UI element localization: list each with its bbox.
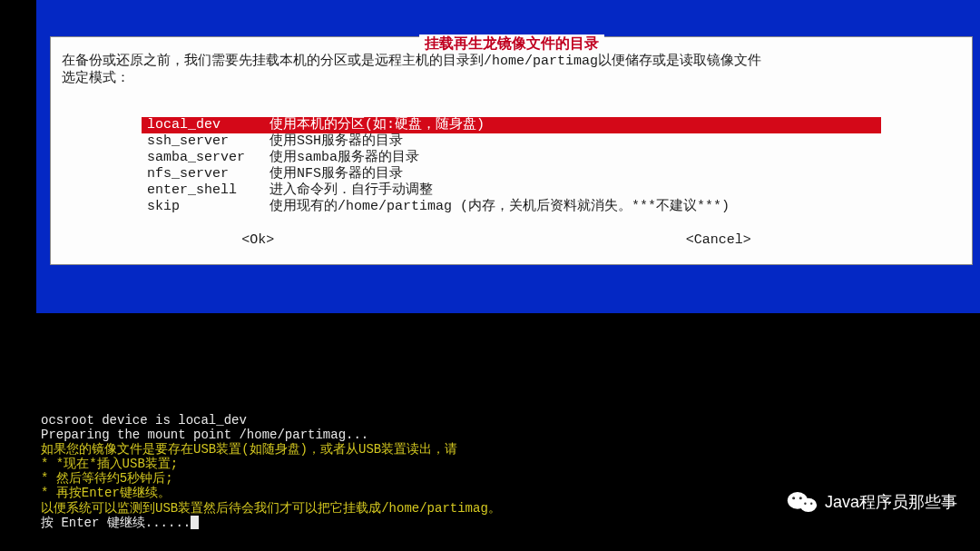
menu-item-local-dev[interactable]: local_dev 使用本机的分区(如:硬盘，随身盘): [142, 117, 881, 133]
svg-point-1: [799, 498, 817, 512]
dialog-title: 挂载再生龙镜像文件的目录: [419, 34, 604, 54]
dialog-instructions: 在备份或还原之前，我们需要先挂载本机的分区或是远程主机的目录到/home/par…: [62, 54, 961, 88]
watermark-text: Java程序员那些事: [825, 491, 957, 513]
menu-item-enter-shell[interactable]: enter_shell 进入命令列．自行手动调整: [142, 182, 881, 199]
terminal-line: Preparing the mount point /home/partimag…: [41, 428, 980, 442]
menu-key: ssh_server: [147, 133, 270, 150]
menu-key: enter_shell: [147, 182, 270, 199]
terminal-line: * 然后等待约5秒钟后;: [41, 471, 980, 486]
menu-desc: 使用现有的/home/partimag (内存，关机后资料就消失。***不建议*…: [270, 199, 876, 215]
ok-button[interactable]: <Ok>: [51, 232, 466, 248]
menu-item-nfs-server[interactable]: nfs_server 使用NFS服务器的目录: [142, 166, 881, 182]
watermark: Java程序员那些事: [787, 489, 957, 515]
svg-point-5: [810, 503, 812, 505]
menu-item-ssh-server[interactable]: ssh_server 使用SSH服务器的目录: [142, 133, 881, 150]
dialog-buttons: <Ok> <Cancel>: [51, 232, 972, 248]
svg-point-3: [799, 497, 802, 499]
menu-key: skip: [147, 199, 270, 215]
terminal-prompt[interactable]: 按 Enter 键继续......: [41, 516, 980, 530]
menu-desc: 使用SSH服务器的目录: [270, 133, 876, 150]
menu-item-samba-server[interactable]: samba_server 使用samba服务器的目录: [142, 150, 881, 166]
menu-key: nfs_server: [147, 166, 270, 182]
terminal-line: * *现在*插入USB装置;: [41, 457, 980, 471]
wechat-icon: [787, 489, 818, 515]
menu-desc: 进入命令列．自行手动调整: [270, 182, 876, 199]
mount-dialog: 挂载再生龙镜像文件的目录 在备份或还原之前，我们需要先挂载本机的分区或是远程主机…: [50, 36, 973, 265]
terminal-line: 如果您的镜像文件是要存在USB装置(如随身盘)，或者从USB装置读出，请: [41, 442, 980, 457]
menu-desc: 使用samba服务器的目录: [270, 150, 876, 166]
instructions-line1: 在备份或还原之前，我们需要先挂载本机的分区或是远程主机的目录到/home/par…: [62, 54, 961, 71]
instructions-line2: 选定模式：: [62, 71, 961, 88]
terminal-line: ocsroot device is local_dev: [41, 413, 980, 428]
cursor-icon: [191, 516, 199, 529]
menu-list[interactable]: local_dev 使用本机的分区(如:硬盘，随身盘) ssh_server 使…: [142, 117, 881, 215]
cancel-button[interactable]: <Cancel>: [466, 232, 972, 248]
menu-item-skip[interactable]: skip 使用现有的/home/partimag (内存，关机后资料就消失。**…: [142, 199, 881, 215]
svg-point-2: [792, 497, 795, 499]
svg-point-4: [804, 503, 806, 505]
menu-key: samba_server: [147, 150, 270, 166]
menu-key: local_dev: [147, 117, 270, 133]
menu-desc: 使用本机的分区(如:硬盘，随身盘): [270, 117, 876, 133]
menu-desc: 使用NFS服务器的目录: [270, 166, 876, 182]
